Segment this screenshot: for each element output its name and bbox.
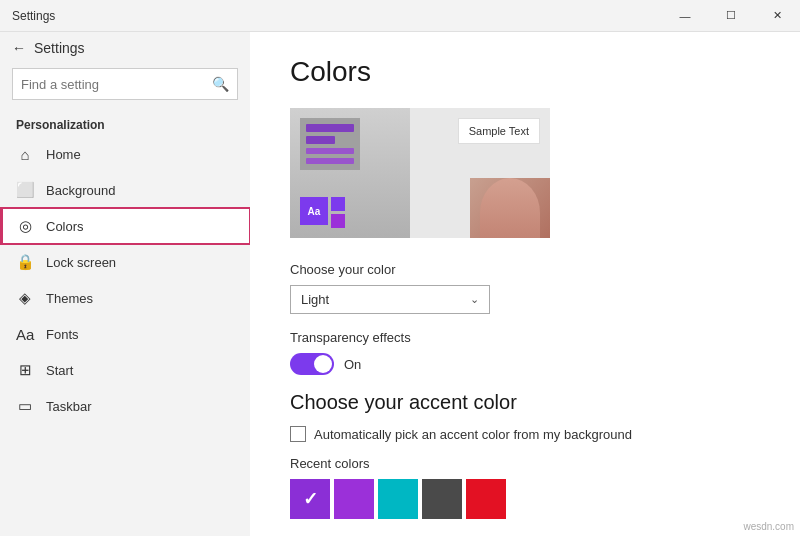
preview-right: Sample Text [410, 108, 550, 238]
nav-items: ⌂Home⬜Background◎Colors🔒Lock screen◈Them… [0, 136, 250, 424]
photo-shape [480, 178, 540, 238]
fonts-icon: Aa [16, 326, 34, 343]
sidebar-item-fonts[interactable]: AaFonts [0, 316, 250, 352]
page-title: Colors [290, 56, 760, 88]
preview-bar-3 [306, 148, 354, 154]
sidebar-item-background[interactable]: ⬜Background [0, 172, 250, 208]
preview-photo [470, 178, 550, 238]
maximize-button[interactable]: ☐ [708, 0, 754, 32]
recent-colors-label: Recent colors [290, 456, 760, 471]
search-box[interactable]: 🔍 [12, 68, 238, 100]
color-swatch-4[interactable] [466, 479, 506, 519]
sidebar-item-label-home: Home [46, 147, 81, 162]
sidebar-item-start[interactable]: ⊞Start [0, 352, 250, 388]
minimize-button[interactable]: — [662, 0, 708, 32]
search-input[interactable] [21, 77, 212, 92]
accent-auto-checkbox[interactable] [290, 426, 306, 442]
preview-tile-aa: Aa [300, 197, 328, 225]
color-mode-dropdown[interactable]: Light ⌄ [290, 285, 490, 314]
content-area: Colors Aa Sample Text [250, 32, 800, 536]
titlebar: Settings — ☐ ✕ [0, 0, 800, 32]
close-button[interactable]: ✕ [754, 0, 800, 32]
back-icon: ← [12, 40, 26, 56]
sidebar-item-label-themes: Themes [46, 291, 93, 306]
accent-section: Choose your accent color Automatically p… [290, 391, 760, 519]
toggle-knob [314, 355, 332, 373]
themes-icon: ◈ [16, 289, 34, 307]
search-icon: 🔍 [212, 76, 229, 92]
toggle-state-label: On [344, 357, 361, 372]
preview-area: Aa Sample Text [290, 108, 550, 238]
sidebar-item-label-lock-screen: Lock screen [46, 255, 116, 270]
preview-tiles: Aa [300, 197, 345, 228]
choose-color-label: Choose your color [290, 262, 760, 277]
transparency-toggle[interactable] [290, 353, 334, 375]
color-swatch-3[interactable] [422, 479, 462, 519]
color-swatches: ✓ [290, 479, 760, 519]
sample-text-box: Sample Text [458, 118, 540, 144]
sidebar-item-label-taskbar: Taskbar [46, 399, 92, 414]
transparency-section: Transparency effects On [290, 330, 760, 375]
chevron-down-icon: ⌄ [470, 293, 479, 306]
preview-sidebar-mock [300, 118, 360, 170]
home-icon: ⌂ [16, 146, 34, 163]
preview-bar-4 [306, 158, 354, 164]
preview-tile-sm1 [331, 197, 345, 211]
sidebar-item-colors[interactable]: ◎Colors [0, 208, 250, 244]
preview-bar-1 [306, 124, 354, 132]
start-icon: ⊞ [16, 361, 34, 379]
taskbar-icon: ▭ [16, 397, 34, 415]
preview-small-tiles [331, 197, 345, 228]
sidebar-item-label-start: Start [46, 363, 73, 378]
titlebar-controls: — ☐ ✕ [662, 0, 800, 32]
personalization-label: Personalization [0, 110, 250, 136]
sidebar-item-home[interactable]: ⌂Home [0, 136, 250, 172]
swatch-checkmark: ✓ [303, 488, 318, 510]
color-swatch-0[interactable]: ✓ [290, 479, 330, 519]
color-mode-value: Light [301, 292, 329, 307]
sidebar-item-label-colors: Colors [46, 219, 84, 234]
color-swatch-1[interactable] [334, 479, 374, 519]
choose-color-section: Choose your color Light ⌄ [290, 262, 760, 314]
preview-bar-2 [306, 136, 335, 144]
back-button[interactable]: ← Settings [0, 32, 250, 64]
accent-checkbox-row: Automatically pick an accent color from … [290, 426, 760, 442]
transparency-label: Transparency effects [290, 330, 760, 345]
watermark: wesdn.com [743, 521, 794, 532]
titlebar-title: Settings [12, 9, 55, 23]
app-body: ← Settings 🔍 Personalization ⌂Home⬜Backg… [0, 32, 800, 536]
toggle-row: On [290, 353, 760, 375]
sidebar: ← Settings 🔍 Personalization ⌂Home⬜Backg… [0, 32, 250, 536]
back-label: Settings [34, 40, 85, 56]
accent-checkbox-label: Automatically pick an accent color from … [314, 427, 632, 442]
lock-screen-icon: 🔒 [16, 253, 34, 271]
colors-icon: ◎ [16, 217, 34, 235]
preview-tile-sm2 [331, 214, 345, 228]
background-icon: ⬜ [16, 181, 34, 199]
sidebar-item-label-background: Background [46, 183, 115, 198]
sidebar-item-taskbar[interactable]: ▭Taskbar [0, 388, 250, 424]
accent-title: Choose your accent color [290, 391, 760, 414]
color-swatch-2[interactable] [378, 479, 418, 519]
sidebar-item-label-fonts: Fonts [46, 327, 79, 342]
preview-left: Aa [290, 108, 410, 238]
sidebar-item-themes[interactable]: ◈Themes [0, 280, 250, 316]
sidebar-item-lock-screen[interactable]: 🔒Lock screen [0, 244, 250, 280]
